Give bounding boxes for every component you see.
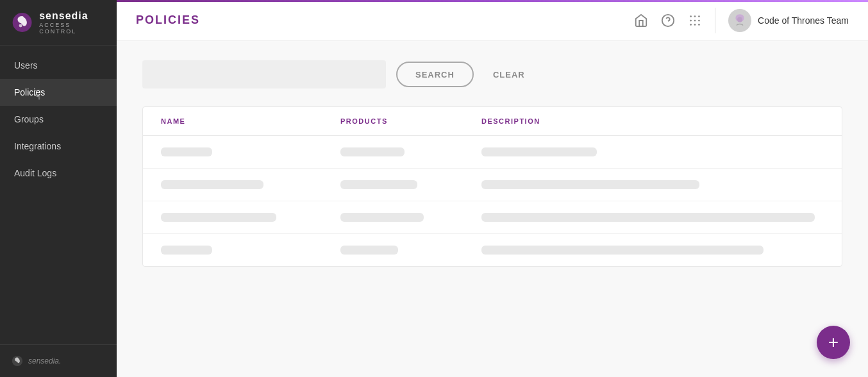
user-section[interactable]: Code of Thrones Team <box>728 9 849 32</box>
sidebar-footer: sensedia. <box>0 344 117 377</box>
skeleton-products-4 <box>340 246 398 255</box>
sidebar-nav: Users Policies ☟ Groups Integrations Aud… <box>0 46 117 344</box>
sensedia-logo-icon <box>12 11 33 34</box>
add-policy-button[interactable]: + <box>817 326 850 359</box>
table-row[interactable] <box>143 201 842 234</box>
col-header-description: DESCRIPTION <box>481 117 824 125</box>
skeleton-desc-3 <box>481 213 815 222</box>
svg-point-8 <box>690 19 692 21</box>
svg-point-1 <box>19 24 22 27</box>
col-header-name: NAME <box>161 117 340 125</box>
home-icon[interactable] <box>634 13 648 28</box>
sidebar-label-audit-logs: Audit Logs <box>14 168 56 178</box>
help-icon[interactable] <box>661 13 675 28</box>
search-row: SEARCH CLEAR <box>142 60 842 88</box>
logo-name: sensedia <box>39 10 105 22</box>
policies-table: NAME PRODUCTS DESCRIPTION <box>142 106 842 267</box>
sidebar-label-policies: Policies <box>14 87 45 97</box>
sidebar-item-audit-logs[interactable]: Audit Logs <box>0 160 117 187</box>
search-input[interactable] <box>142 60 386 88</box>
sidebar-label-users: Users <box>14 60 38 71</box>
logo-text: sensedia ACCESS CONTROL <box>39 10 105 35</box>
skeleton-products-1 <box>340 147 405 156</box>
user-avatar <box>728 9 751 32</box>
main-content: POLICIES <box>117 0 868 377</box>
sidebar-item-groups[interactable]: Groups <box>0 106 117 133</box>
avatar-icon <box>731 12 749 29</box>
skeleton-products-2 <box>340 180 417 189</box>
table-row[interactable] <box>143 234 842 266</box>
logo-subtitle: ACCESS CONTROL <box>39 22 105 35</box>
footer-logo-text: sensedia. <box>28 356 61 365</box>
skeleton-desc-1 <box>481 147 597 156</box>
sidebar-label-integrations: Integrations <box>14 141 61 151</box>
svg-point-13 <box>698 24 700 26</box>
sidebar: sensedia ACCESS CONTROL Users Policies ☟… <box>0 0 117 377</box>
svg-point-9 <box>694 19 696 21</box>
topbar-divider <box>715 8 715 33</box>
table-row[interactable] <box>143 136 842 169</box>
skeleton-desc-2 <box>481 180 699 189</box>
skeleton-name-3 <box>161 213 276 222</box>
topbar: POLICIES <box>117 0 868 41</box>
topbar-right: Code of Thrones Team <box>634 8 849 33</box>
sidebar-label-groups: Groups <box>14 114 44 124</box>
skeleton-products-3 <box>340 213 424 222</box>
skeleton-name-1 <box>161 147 212 156</box>
sidebar-logo: sensedia ACCESS CONTROL <box>0 0 117 46</box>
skeleton-name-2 <box>161 180 263 189</box>
page-title: POLICIES <box>136 13 200 27</box>
table-header: NAME PRODUCTS DESCRIPTION <box>143 107 842 136</box>
svg-point-10 <box>698 19 700 21</box>
grid-icon[interactable] <box>688 13 702 28</box>
clear-button[interactable]: CLEAR <box>484 62 534 87</box>
user-name: Code of Thrones Team <box>758 15 849 26</box>
sidebar-item-policies[interactable]: Policies ☟ <box>0 79 117 106</box>
svg-point-6 <box>694 15 696 17</box>
col-header-products: PRODUCTS <box>340 117 481 125</box>
skeleton-name-4 <box>161 246 212 255</box>
svg-point-7 <box>698 15 700 17</box>
svg-point-11 <box>690 24 692 26</box>
search-button[interactable]: SEARCH <box>396 62 474 87</box>
sidebar-item-integrations[interactable]: Integrations <box>0 133 117 160</box>
svg-point-5 <box>690 15 692 17</box>
table-row[interactable] <box>143 169 842 201</box>
sidebar-item-users[interactable]: Users <box>0 52 117 79</box>
svg-point-12 <box>694 24 696 26</box>
content-area: SEARCH CLEAR NAME PRODUCTS DESCRIPTION <box>117 41 868 377</box>
skeleton-desc-4 <box>481 246 764 255</box>
footer-logo-icon <box>12 355 23 367</box>
